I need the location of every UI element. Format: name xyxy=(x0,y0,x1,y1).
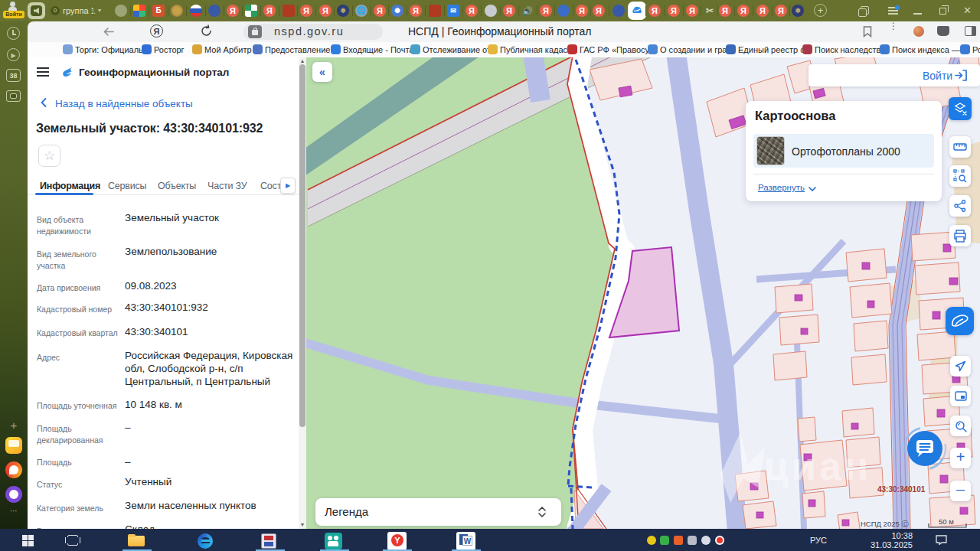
svg-text:50 м: 50 м xyxy=(939,517,954,526)
svg-text:циан: циан xyxy=(764,444,871,488)
svg-text:НСПД 2025 Ⓒ: НСПД 2025 Ⓒ xyxy=(861,520,909,528)
svg-text:43:30:340101: 43:30:340101 xyxy=(877,485,926,494)
